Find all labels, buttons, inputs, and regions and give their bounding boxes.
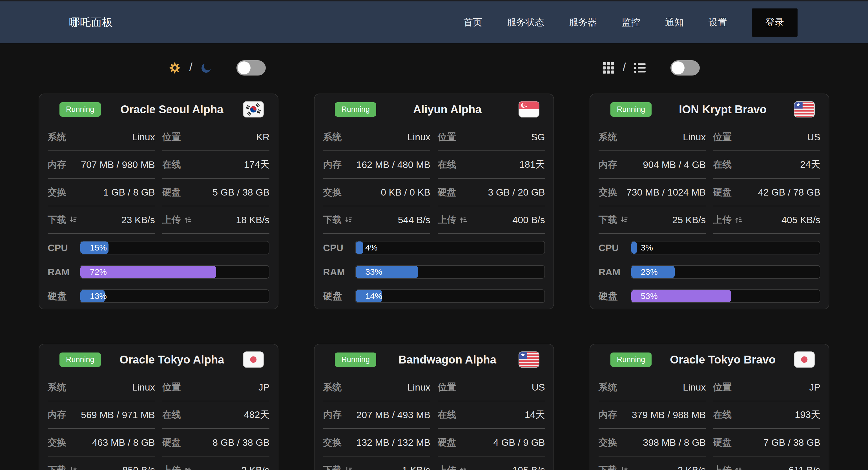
server-card[interactable]: Running Bandwagon Alpha 系统 Linux 位置 US 内… xyxy=(314,344,554,470)
server-card[interactable]: Running ION Krypt Bravo 系统 Linux 位置 US 内… xyxy=(590,94,829,309)
disk-value: 42 GB / 78 GB xyxy=(758,187,820,198)
sort-descending-icon xyxy=(69,216,78,224)
server-card[interactable]: Running Oracle Tokyo Bravo 系统 Linux 位置 J… xyxy=(590,344,829,470)
os-cell: 系统 Linux xyxy=(323,374,430,401)
flag-kr-icon xyxy=(243,101,264,118)
uptime-value: 181天 xyxy=(519,158,545,171)
swap-cell: 交换 398 MB / 8 GB xyxy=(598,429,706,457)
nav-item-3[interactable]: 监控 xyxy=(622,16,640,29)
separator: / xyxy=(189,61,192,74)
os-label: 系统 xyxy=(48,381,66,394)
disk-bar-row: 硬盘 13% xyxy=(48,284,270,308)
status-badge: Running xyxy=(59,102,101,117)
swap-value: 463 MB / 8 GB xyxy=(92,437,155,448)
memory-cell: 内存 162 MB / 480 MB xyxy=(323,151,430,179)
card-header: Running ION Krypt Bravo xyxy=(598,95,820,123)
disk-cell: 硬盘 42 GB / 78 GB xyxy=(713,179,820,206)
layout-switch[interactable] xyxy=(671,60,700,75)
download-value: 850 B/s xyxy=(122,465,155,470)
location-cell: 位置 JP xyxy=(162,374,270,401)
upload-cell: 上传 405 KB/s xyxy=(713,206,820,234)
disk-label: 硬盘 xyxy=(713,186,732,199)
disk-cell: 硬盘 7 GB / 38 GB xyxy=(713,429,820,457)
memory-label: 内存 xyxy=(323,409,342,421)
stat-rows: 系统 Linux 位置 US 内存 904 MB / 4 GB 在线 24天 交… xyxy=(598,123,820,234)
uptime-label: 在线 xyxy=(438,409,456,421)
switch-knob xyxy=(238,61,251,74)
swap-cell: 交换 730 MB / 1024 MB xyxy=(598,179,706,206)
location-label: 位置 xyxy=(713,381,732,394)
os-value: Linux xyxy=(132,382,155,393)
disk-bar-row: 硬盘 53% xyxy=(598,284,820,308)
card-header: Running Oracle Tokyo Bravo xyxy=(598,345,820,374)
location-cell: 位置 SG xyxy=(438,123,545,151)
memory-label: 内存 xyxy=(48,158,66,171)
stat-rows: 系统 Linux 位置 KR 内存 707 MB / 980 MB 在线 174… xyxy=(48,123,270,234)
ram-progressbar: 33% xyxy=(355,265,545,279)
swap-cell: 交换 0 KB / 0 KB xyxy=(323,179,430,206)
brand-title[interactable]: 哪吒面板 xyxy=(69,15,113,30)
list-icon xyxy=(634,62,646,74)
disk-label: 硬盘 xyxy=(162,186,181,199)
login-button[interactable]: 登录 xyxy=(752,8,798,37)
upload-cell: 上传 400 B/s xyxy=(438,206,545,234)
nav-item-0[interactable]: 首页 xyxy=(464,16,482,29)
layout-toggle-group: / xyxy=(434,60,868,75)
sort-descending-icon xyxy=(620,216,628,224)
download-label: 下载 xyxy=(598,214,628,226)
disk-cell: 硬盘 8 GB / 38 GB xyxy=(162,429,270,457)
location-value: KR xyxy=(256,132,270,143)
os-label: 系统 xyxy=(598,381,617,394)
swap-value: 398 MB / 8 GB xyxy=(643,437,706,448)
upload-value: 405 KB/s xyxy=(781,214,820,225)
uptime-cell: 在线 181天 xyxy=(438,151,545,179)
cpu-label: CPU xyxy=(323,242,355,253)
server-card[interactable]: Running Oracle Seoul Alpha 系统 Linux 位置 K… xyxy=(39,94,278,309)
disk-cell: 硬盘 5 GB / 38 GB xyxy=(162,179,270,206)
flag-jp-icon xyxy=(794,351,815,368)
flag-us-icon xyxy=(519,351,539,368)
swap-label: 交换 xyxy=(598,436,617,449)
location-cell: 位置 KR xyxy=(162,123,270,151)
disk-percent: 53% xyxy=(641,290,658,302)
location-label: 位置 xyxy=(438,381,456,394)
os-cell: 系统 Linux xyxy=(598,123,706,151)
os-cell: 系统 Linux xyxy=(323,123,430,151)
nav-item-1[interactable]: 服务状态 xyxy=(507,16,544,29)
nav-item-4[interactable]: 通知 xyxy=(665,16,684,29)
nav-item-2[interactable]: 服务器 xyxy=(569,16,597,29)
disk-progressbar: 53% xyxy=(631,289,820,303)
upload-cell: 上传 195 B/s xyxy=(438,457,545,470)
theme-switch[interactable] xyxy=(237,60,266,75)
server-card[interactable]: Running Aliyun Alpha 系统 Linux 位置 SG 内存 1… xyxy=(314,94,554,309)
stat-rows: 系统 Linux 位置 SG 内存 162 MB / 480 MB 在线 181… xyxy=(323,123,545,234)
ram-bar-row: RAM 72% xyxy=(48,260,270,284)
disk-bar-label: 硬盘 xyxy=(598,290,631,303)
nav-item-5[interactable]: 设置 xyxy=(709,16,727,29)
ram-percent: 72% xyxy=(90,266,107,278)
server-card[interactable]: Running Oracle Tokyo Alpha 系统 Linux 位置 J… xyxy=(39,344,278,470)
location-label: 位置 xyxy=(162,131,181,144)
cpu-bar-row: CPU 4% xyxy=(323,236,545,260)
memory-value: 162 MB / 480 MB xyxy=(356,159,430,170)
os-cell: 系统 Linux xyxy=(598,374,706,401)
download-cell: 下载 850 B/s xyxy=(48,457,155,470)
memory-cell: 内存 207 MB / 493 MB xyxy=(323,401,430,429)
memory-value: 569 MB / 971 MB xyxy=(81,409,155,420)
ram-progressbar: 23% xyxy=(631,265,820,279)
top-nav: 哪吒面板 首页服务状态服务器监控通知设置 登录 xyxy=(0,0,868,43)
card-header: Running Oracle Seoul Alpha xyxy=(48,95,270,123)
disk-value: 5 GB / 38 GB xyxy=(213,187,270,198)
swap-cell: 交换 1 GB / 8 GB xyxy=(48,179,155,206)
download-cell: 下载 1 KB/s xyxy=(323,457,430,470)
upload-cell: 上传 2 KB/s xyxy=(162,457,270,470)
usage-bars: CPU 15% RAM 72% 硬盘 13% xyxy=(48,236,270,308)
ram-label: RAM xyxy=(48,267,80,278)
ram-percent: 33% xyxy=(365,266,382,278)
stat-rows: 系统 Linux 位置 US 内存 207 MB / 493 MB 在线 14天… xyxy=(323,374,545,470)
flag-jp-icon xyxy=(243,351,264,368)
ram-bar-row: RAM 33% xyxy=(323,260,545,284)
download-value: 25 KB/s xyxy=(672,214,706,225)
cpu-percent: 15% xyxy=(90,242,107,254)
os-label: 系统 xyxy=(323,381,342,394)
